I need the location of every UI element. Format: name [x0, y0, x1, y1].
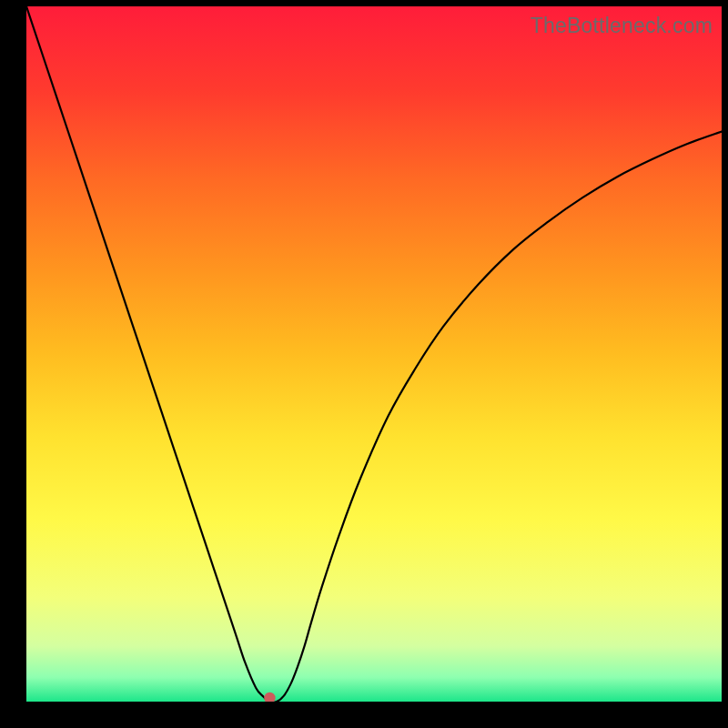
plot-area: TheBottleneck.com: [26, 6, 722, 702]
chart-frame: TheBottleneck.com: [0, 0, 728, 728]
watermark-label: TheBottleneck.com: [531, 14, 713, 38]
bottleneck-curve: [26, 6, 722, 702]
optimum-marker-icon: [264, 693, 275, 702]
